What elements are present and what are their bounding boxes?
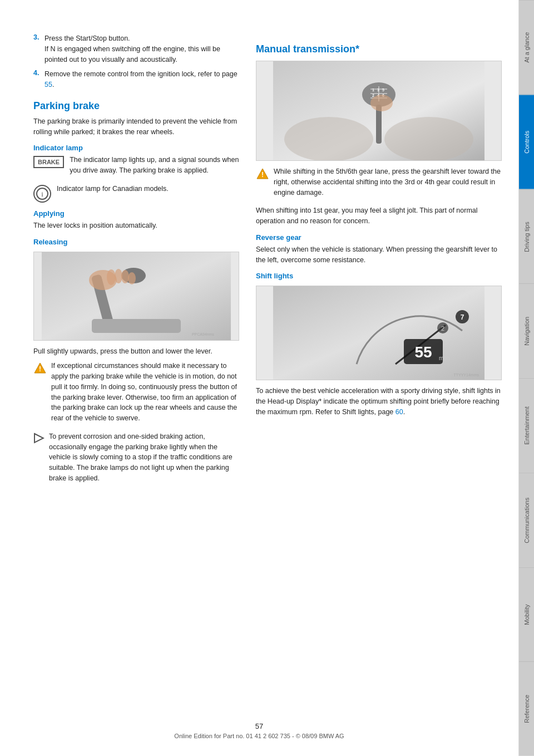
sidebar-tab-navigation[interactable]: Navigation	[519, 283, 534, 378]
parking-note-box: To prevent corrosion and one-sided braki…	[33, 431, 239, 487]
sidebar-tab-communications[interactable]: Communications	[519, 473, 534, 567]
shift-lights-subtitle: Shift lights	[256, 272, 502, 280]
step-3: 3. Press the Start/Stop button.If N is e…	[33, 33, 239, 65]
svg-text:3: 3	[377, 88, 379, 92]
applying-subtitle: Applying	[33, 209, 239, 218]
sidebar-tab-driving-tips[interactable]: Driving tips	[519, 189, 534, 284]
footer: 57 Online Edition for Part no. 01 41 2 6…	[0, 722, 518, 739]
right-column: Manual transmission*	[256, 33, 502, 734]
sidebar-tab-communications-label: Communications	[523, 497, 530, 543]
sidebar-tab-driving-tips-label: Driving tips	[523, 222, 530, 252]
gear-warning-text: While shifting in the 5th/6th gear lane,…	[274, 166, 502, 198]
gear-warning-icon: !	[256, 168, 269, 181]
svg-point-9	[121, 270, 129, 283]
sidebar-tab-at-a-glance-label: At a glance	[523, 32, 530, 63]
manual-transmission-title: Manual transmission*	[256, 43, 502, 55]
parking-warning-text: If exceptional circumstances should make…	[51, 361, 239, 424]
svg-rect-4	[92, 319, 181, 333]
svg-text:mph: mph	[439, 355, 449, 361]
shift-lights-text: To achieve the best vehicle acceleration…	[256, 386, 502, 417]
sidebar-tab-controls-label: Controls	[523, 131, 530, 154]
pull-text: Pull slightly upwards, press the button …	[33, 346, 239, 357]
svg-text:!: !	[39, 365, 41, 373]
page-number: 57	[0, 722, 518, 730]
svg-text:1: 1	[372, 88, 374, 92]
footer-text: Online Edition for Part no. 01 41 2 602 …	[174, 733, 344, 739]
step-4: 4. Remove the remote control from the ig…	[33, 69, 239, 90]
parking-note-text: To prevent corrosion and one-sided braki…	[49, 431, 239, 484]
parking-brake-image: PPCA94nms	[33, 252, 239, 341]
indicator-lamp-subtitle: Indicator lamp	[33, 144, 239, 152]
applying-text: The lever locks in position automaticall…	[33, 220, 239, 231]
sidebar: At a glance Controls Driving tips Naviga…	[518, 0, 534, 756]
sidebar-tab-at-a-glance[interactable]: At a glance	[519, 0, 534, 95]
svg-text:2: 2	[441, 325, 444, 332]
sidebar-tab-reference[interactable]: Reference	[519, 661, 534, 756]
parking-brake-intro: The parking brake is primarily intended …	[33, 116, 239, 138]
sidebar-tab-mobility-label: Mobility	[523, 604, 530, 625]
note-icon	[33, 433, 44, 444]
sidebar-tab-entertainment-label: Entertainment	[523, 406, 530, 444]
gear-body-text: When shifting into 1st gear, you may fee…	[256, 205, 502, 227]
page-container: 3. Press the Start/Stop button.If N is e…	[0, 0, 534, 756]
reverse-gear-text: Select only when the vehicle is stationa…	[256, 244, 502, 266]
brake-badge: BRAKE	[33, 156, 64, 168]
indicator-lamp-text: The indicator lamp lights up, and a sign…	[70, 155, 239, 176]
indicator-lamp-canadian-box: i Indicator lamp for Canadian models.	[33, 184, 239, 203]
step-3-number: 3.	[33, 33, 41, 65]
step-3-text: Press the Start/Stop button.If N is enga…	[44, 33, 239, 65]
svg-text:i: i	[41, 190, 43, 198]
warning-icon: !	[33, 362, 47, 375]
svg-point-7	[107, 269, 116, 285]
parking-warning-box: ! If exceptional circumstances should ma…	[33, 361, 239, 427]
sidebar-tab-navigation-label: Navigation	[523, 317, 530, 346]
svg-text:PPCA94nms: PPCA94nms	[192, 332, 215, 336]
step-4-text: Remove the remote control from the ignit…	[44, 69, 239, 90]
releasing-subtitle: Releasing	[33, 238, 239, 246]
sidebar-tab-mobility[interactable]: Mobility	[519, 567, 534, 662]
shift-lights-image: 55 mph 7 2 TTYYY14mms	[256, 286, 502, 380]
sidebar-tab-reference-label: Reference	[523, 695, 530, 723]
svg-point-29	[384, 117, 473, 160]
left-column: 3. Press the Start/Stop button.If N is e…	[33, 33, 239, 734]
sidebar-tab-controls[interactable]: Controls	[519, 95, 534, 189]
svg-text:5: 5	[382, 88, 384, 92]
svg-text:2: 2	[372, 94, 374, 97]
sidebar-tab-entertainment[interactable]: Entertainment	[519, 378, 534, 473]
gear-shift-image: 1 3 5 2 4 6	[256, 61, 502, 161]
indicator-lamp-brake-box: BRAKE The indicator lamp lights up, and …	[33, 155, 239, 179]
gear-warning-box: ! While shifting in the 5th/6th gear lan…	[256, 166, 502, 201]
svg-text:7: 7	[461, 313, 464, 321]
svg-rect-33	[273, 286, 484, 380]
svg-point-10	[128, 272, 136, 284]
svg-marker-14	[34, 434, 43, 443]
reverse-gear-subtitle: Reverse gear	[256, 233, 502, 242]
canadian-lamp-text: Indicator lamp for Canadian models.	[57, 184, 169, 194]
canadian-icon: i	[33, 185, 51, 203]
svg-point-8	[115, 269, 122, 283]
svg-text:!: !	[261, 171, 264, 179]
svg-point-28	[284, 117, 373, 160]
parking-brake-title: Parking brake	[33, 100, 239, 112]
svg-text:55: 55	[414, 343, 432, 361]
svg-text:TTYYY14mms: TTYYY14mms	[453, 373, 479, 377]
step-4-number: 4.	[33, 69, 41, 90]
main-content: 3. Press the Start/Stop button.If N is e…	[0, 0, 518, 756]
svg-point-30	[370, 95, 393, 111]
